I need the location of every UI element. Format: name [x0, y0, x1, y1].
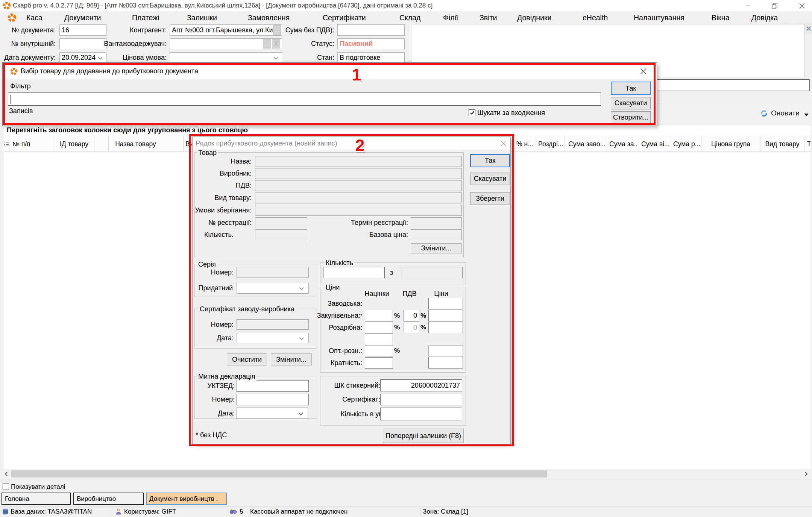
col-header-pct[interactable]: % н...: [515, 136, 535, 152]
menu-dovidka[interactable]: Довідка: [751, 11, 778, 24]
kilkist-input[interactable]: [323, 267, 385, 278]
price-cond-combobox[interactable]: [170, 52, 282, 63]
menu-dovidnyky[interactable]: Довідники: [517, 11, 551, 24]
shk-qty-input[interactable]: [380, 408, 462, 420]
menu-sertyfikaty[interactable]: Сертифікати: [323, 11, 366, 24]
cert-nomer-input[interactable]: [237, 319, 309, 330]
seria-nomer-input[interactable]: [237, 267, 309, 277]
tab-vyrobnytstvo[interactable]: Виробництво: [73, 493, 144, 505]
contragent-input[interactable]: Апт №003 пгт.Барышевка, ул.Киев: [170, 24, 282, 36]
menu-zamovlennia[interactable]: Замовлення: [248, 11, 290, 24]
umovy-input[interactable]: [255, 205, 462, 216]
col-header-name[interactable]: Назва товару: [109, 136, 184, 152]
zakupivelna-price-input[interactable]: [428, 310, 463, 321]
kilkist-of-input[interactable]: [401, 267, 463, 278]
cert-clear-button[interactable]: Очистити: [227, 353, 267, 365]
qty-input[interactable]: [255, 229, 307, 240]
shk-cert-input[interactable]: [380, 394, 462, 405]
dialog2-ok-button[interactable]: Так: [470, 154, 510, 167]
col-header-suma-zavo[interactable]: Сума заво...: [565, 136, 606, 152]
doc-number-input[interactable]: 16: [59, 24, 106, 36]
rozdribna-price-input[interactable]: [428, 322, 463, 333]
menu-zalyshky[interactable]: Залишки: [187, 11, 217, 24]
col-header-suma-vi[interactable]: Сума ві...: [638, 136, 670, 152]
window-restore-button[interactable]: [766, 0, 783, 11]
col-header-price-group[interactable]: Цінова група: [701, 136, 760, 152]
dialog1-close-icon[interactable]: [637, 66, 649, 76]
opt-rozn-markup-input[interactable]: [365, 345, 393, 356]
window-minimize-button[interactable]: [739, 0, 757, 11]
cert-data-combobox[interactable]: [237, 333, 309, 343]
reg-term-input[interactable]: [411, 217, 462, 228]
rozdribna-markup-input[interactable]: [365, 322, 393, 333]
pdv-input[interactable]: [255, 180, 462, 191]
base-price-input[interactable]: [411, 229, 462, 240]
tab-holovna[interactable]: Головна: [2, 493, 71, 505]
col-header-rozdr[interactable]: Роздрі...: [535, 136, 565, 152]
dialog2-save-button[interactable]: Зберегти: [470, 192, 510, 205]
menu-kasa[interactable]: Каса: [26, 11, 42, 24]
dialog1-search-checkbox[interactable]: [469, 109, 475, 116]
prev-balance-button[interactable]: Попередні залишки (F8): [383, 429, 464, 443]
menu-zvity[interactable]: Звіти: [480, 11, 497, 24]
kratnist-price-input[interactable]: [428, 357, 463, 368]
refresh-dropdown-icon[interactable]: [804, 114, 809, 116]
grid-corner-cell[interactable]: [4, 136, 9, 152]
show-details-checkbox[interactable]: [3, 484, 9, 490]
dialog1-create-button[interactable]: Створити...: [611, 111, 651, 124]
vyd-tovaru-input[interactable]: [255, 193, 462, 203]
menu-vikna[interactable]: Вікна: [712, 11, 729, 24]
col-header-t[interactable]: Т: [804, 136, 810, 152]
uktzed-input[interactable]: [237, 380, 309, 392]
rozdribna-vat-input[interactable]: 0: [404, 322, 419, 333]
consignee-clear-button[interactable]: X: [272, 39, 280, 49]
tsiny-col-natsinky: Націнки: [354, 290, 399, 298]
tovar-change-button[interactable]: Змінити...: [411, 243, 462, 253]
menu-ehealth[interactable]: eHealth: [583, 11, 608, 24]
mytna-data-combobox[interactable]: [237, 408, 308, 419]
menu-filii[interactable]: Філії: [443, 11, 458, 24]
col-header-id[interactable]: ІД товару: [54, 136, 94, 152]
shk-input[interactable]: 2060000201737: [380, 379, 462, 391]
prydatnyi-combobox[interactable]: [237, 283, 309, 294]
groupby-hint: Перетягніть заголовок колонки сюди для у…: [7, 125, 248, 135]
dialog1-ok-button[interactable]: Так: [611, 82, 651, 95]
opt-rozn-price-input[interactable]: [428, 345, 463, 356]
kratnist-markup-input[interactable]: [365, 357, 393, 369]
zavodska-price-input[interactable]: [428, 298, 463, 309]
contragent-browse-button[interactable]: ...: [273, 25, 281, 35]
menu-platezhi[interactable]: Платежі: [132, 11, 159, 24]
scroll-thumb[interactable]: [11, 470, 547, 478]
reg-no-input[interactable]: [255, 217, 307, 228]
refresh-button[interactable]: Оновити: [760, 106, 809, 120]
groupby-band[interactable]: Перетягніть заголовок колонки сюди для у…: [4, 125, 810, 136]
extra-markup-input[interactable]: [365, 334, 393, 345]
zakupivelna-vat-input[interactable]: 0: [404, 310, 419, 321]
scroll-left-arrow[interactable]: [2, 469, 10, 479]
nazva-input[interactable]: [255, 156, 462, 167]
col-header-spacer[interactable]: [94, 136, 109, 152]
scroll-right-arrow[interactable]: [802, 469, 810, 479]
col-header-suma-za[interactable]: Сума за...: [606, 136, 638, 152]
mdi-close-button[interactable]: [805, 23, 812, 34]
menu-sklad[interactable]: Склад: [399, 11, 420, 24]
tab-dokument-vyrobnytstva[interactable]: Документ виробництв .: [146, 493, 227, 505]
dialog-product-select: Вибір товару для додавання до прибутково…: [2, 62, 657, 126]
sum-no-vat-input[interactable]: [337, 24, 405, 36]
col-header-suma-r[interactable]: Сума р...: [670, 136, 701, 152]
menu-nalashtuvannia[interactable]: Налаштування: [634, 11, 685, 24]
mytna-nomer-input[interactable]: [237, 394, 309, 405]
horizontal-scrollbar[interactable]: [0, 469, 812, 479]
window-close-button[interactable]: [792, 0, 812, 11]
dialog2-close-icon[interactable]: [498, 138, 508, 148]
col-header-npp[interactable]: № п/п: [9, 136, 54, 152]
zakupivelna-markup-input[interactable]: [365, 310, 393, 321]
internal-number-input[interactable]: [59, 38, 106, 49]
dialog1-cancel-button[interactable]: Скасувати: [611, 97, 651, 109]
menu-dokumenty[interactable]: Документи: [64, 11, 101, 24]
dialog2-cancel-button[interactable]: Скасувати: [470, 173, 510, 185]
col-header-vyd[interactable]: Вид товару: [760, 136, 804, 152]
dialog1-filter-input[interactable]: [8, 92, 601, 106]
vyrobnyk-input[interactable]: [255, 168, 462, 179]
consignee-browse-button[interactable]: ...: [263, 39, 271, 49]
